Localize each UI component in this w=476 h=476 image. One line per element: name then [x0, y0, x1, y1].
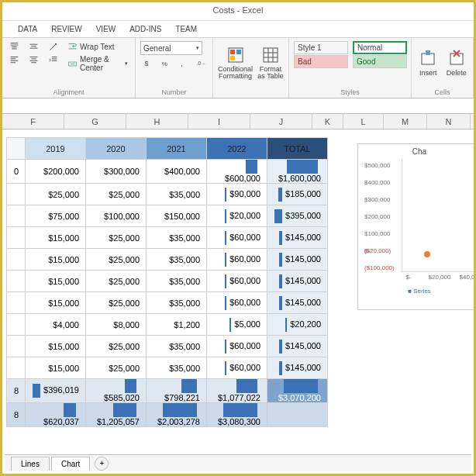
tab-addins[interactable]: ADD-INS	[129, 25, 161, 33]
cell[interactable]: $60,000	[207, 336, 267, 357]
cell[interactable]: $1,205,057	[86, 403, 147, 427]
conditional-formatting-button[interactable]: Conditional Formatting	[218, 41, 253, 85]
cell[interactable]: $620,037	[26, 403, 86, 427]
table-row[interactable]: $15,000$25,000$35,000$60,000$145,000	[7, 357, 328, 379]
footer-row[interactable]: 8$620,037$1,205,057$2,003,278$3,080,300	[7, 403, 328, 427]
orientation-button[interactable]	[46, 41, 60, 53]
cell[interactable]: $25,000	[86, 227, 147, 249]
column-header[interactable]: F	[2, 114, 64, 129]
cell[interactable]: $300,000	[86, 160, 147, 184]
cell[interactable]: $3,070,200	[267, 379, 328, 403]
cell[interactable]: $15,000	[26, 292, 86, 314]
cell[interactable]: $60,000	[207, 271, 267, 292]
cell[interactable]: $25,000	[86, 249, 147, 271]
insert-button[interactable]: Insert	[416, 41, 440, 85]
cell[interactable]: $2,003,278	[147, 403, 207, 427]
cell[interactable]: $60,000	[207, 292, 267, 314]
currency-button[interactable]: $	[140, 57, 155, 69]
table-row[interactable]: $25,000$25,000$35,000$90,000$185,000	[7, 184, 328, 205]
cell[interactable]: $145,000	[267, 336, 328, 357]
format-as-table-button[interactable]: Format as Table	[257, 41, 284, 85]
tab-review[interactable]: REVIEW	[51, 25, 81, 33]
table-row[interactable]: $15,000$25,000$35,000$60,000$145,000	[7, 336, 328, 357]
cell[interactable]: $15,000	[26, 336, 86, 357]
cell[interactable]: $1,077,022	[207, 379, 267, 403]
cell-style-style1[interactable]: Style 1	[294, 41, 348, 54]
cell[interactable]: $35,000	[147, 357, 207, 379]
cell-style-normal[interactable]: Normal	[353, 41, 407, 54]
cell-style-bad[interactable]: Bad	[294, 55, 348, 68]
cell[interactable]: $60,000	[207, 227, 267, 249]
cell[interactable]: $400,000	[147, 160, 207, 184]
cell[interactable]: $20,000	[207, 205, 267, 227]
merge-center-button[interactable]: Merge & Center ▾	[65, 54, 130, 73]
comma-button[interactable]: ,	[176, 57, 191, 69]
cell[interactable]: $145,000	[267, 227, 328, 249]
cell[interactable]: $60,000	[207, 249, 267, 271]
cell[interactable]: $25,000	[86, 336, 147, 357]
cell[interactable]: $35,000	[147, 271, 207, 292]
indent-button[interactable]	[46, 54, 60, 66]
table-row[interactable]: 0$200,000$300,000$400,000$600,000$1,600,…	[7, 160, 328, 184]
spreadsheet-grid[interactable]: FGHIJKLMN 2019202020212022TOTAL 0$200,00…	[2, 114, 474, 467]
cell[interactable]: $25,000	[86, 184, 147, 205]
sheet-tab-chart[interactable]: Chart	[51, 457, 90, 471]
embedded-chart[interactable]: Cha $-$20,000$40,000 $500,000$400,000$30…	[357, 143, 474, 310]
table-row[interactable]: $15,000$25,000$35,000$60,000$145,000	[7, 292, 328, 314]
cell[interactable]: $100,000	[86, 205, 147, 227]
column-header[interactable]: I	[188, 114, 250, 129]
cell[interactable]	[267, 403, 328, 427]
cell[interactable]: $35,000	[147, 249, 207, 271]
cell[interactable]: $145,000	[267, 271, 328, 292]
column-header[interactable]: K	[312, 114, 343, 129]
table-row[interactable]: $15,000$25,000$35,000$60,000$145,000	[7, 271, 328, 292]
table-row[interactable]: $75,000$100,000$150,000$20,000$395,000	[7, 205, 328, 227]
wrap-text-button[interactable]: Wrap Text	[65, 41, 130, 53]
cell[interactable]: $15,000	[26, 357, 86, 379]
increase-decimal-button[interactable]: .0→	[194, 57, 209, 69]
tab-data[interactable]: DATA	[18, 25, 37, 33]
cell[interactable]: $25,000	[26, 184, 86, 205]
cell[interactable]: $15,000	[26, 227, 86, 249]
cell[interactable]: $185,000	[267, 184, 328, 205]
cell[interactable]: $396,019	[26, 379, 86, 403]
column-header[interactable]: M	[384, 114, 427, 129]
column-header[interactable]: N	[427, 114, 471, 129]
cell[interactable]: $145,000	[267, 249, 328, 271]
percent-button[interactable]: %	[158, 57, 173, 69]
add-sheet-button[interactable]: +	[95, 457, 109, 471]
cell[interactable]: $145,000	[267, 357, 328, 379]
column-header[interactable]: H	[126, 114, 188, 129]
cell[interactable]: $4,000	[26, 314, 86, 336]
formula-bar[interactable]	[2, 98, 474, 114]
cell[interactable]: $15,000	[26, 249, 86, 271]
table-row[interactable]: $4,000$8,000$1,200$5,000$20,200	[7, 314, 328, 336]
cell[interactable]: $798,221	[147, 379, 207, 403]
align-middle-button[interactable]	[26, 41, 41, 53]
align-center-button[interactable]	[26, 54, 41, 66]
cell[interactable]: $25,000	[86, 271, 147, 292]
cell[interactable]: $1,600,000	[267, 160, 328, 184]
column-header[interactable]: J	[250, 114, 312, 129]
cell[interactable]: $585,020	[86, 379, 147, 403]
cell[interactable]: $20,200	[267, 314, 328, 336]
cell-style-good[interactable]: Good	[353, 55, 407, 68]
cell[interactable]: $150,000	[147, 205, 207, 227]
cell[interactable]: $90,000	[207, 184, 267, 205]
cell[interactable]: $5,000	[207, 314, 267, 336]
footer-row[interactable]: 8$396,019$585,020$798,221$1,077,022$3,07…	[7, 379, 328, 403]
table-row[interactable]: $15,000$25,000$35,000$60,000$145,000	[7, 249, 328, 271]
number-format-dropdown[interactable]: General▾	[140, 41, 202, 55]
cell[interactable]: $15,000	[26, 271, 86, 292]
cell[interactable]: $1,200	[147, 314, 207, 336]
cell[interactable]: $3,080,300	[207, 403, 267, 427]
align-top-button[interactable]	[7, 41, 22, 53]
cell[interactable]: $35,000	[147, 336, 207, 357]
align-left-button[interactable]	[7, 54, 22, 66]
tab-team[interactable]: TEAM	[175, 25, 197, 33]
delete-button[interactable]: Delete	[445, 41, 469, 85]
cell[interactable]: $60,000	[207, 357, 267, 379]
cell[interactable]: $75,000	[26, 205, 86, 227]
sheet-tab-lines[interactable]: Lines	[11, 457, 50, 471]
cell[interactable]: $145,000	[267, 292, 328, 314]
